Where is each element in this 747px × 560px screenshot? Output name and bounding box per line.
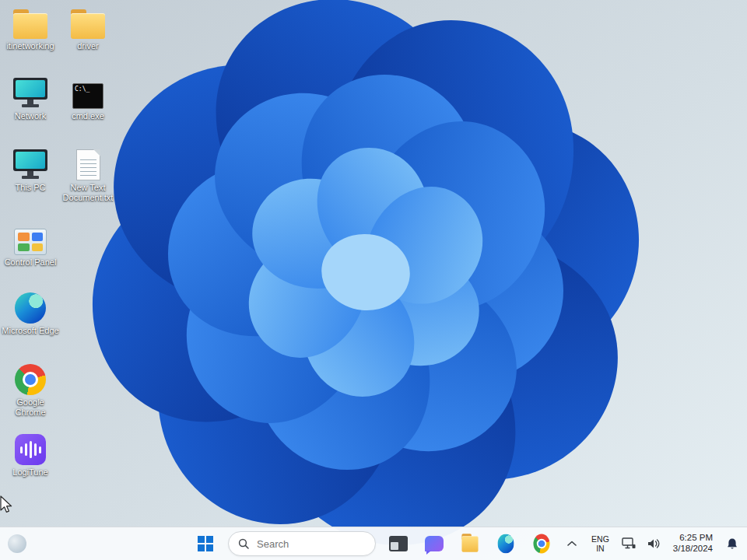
tray-time: 6:25 PM xyxy=(679,533,713,544)
chevron-up-icon xyxy=(567,541,577,547)
network-monitor-icon xyxy=(13,76,47,109)
edge-icon xyxy=(497,534,514,554)
language-code: ENG xyxy=(591,534,609,544)
icon-label: This PC xyxy=(15,183,45,193)
chrome-icon xyxy=(533,534,549,554)
taskbar-search-box[interactable] xyxy=(228,531,376,556)
icon-label: Google Chrome xyxy=(2,397,59,417)
tray-volume-button[interactable] xyxy=(645,534,662,554)
desktop-icon-logitune[interactable]: LogiTune xyxy=(2,432,59,478)
desktop-icon-new-text-document[interactable]: New Text Document.txt xyxy=(59,148,117,202)
icon-label: driver xyxy=(77,41,99,51)
file-explorer-icon xyxy=(461,536,478,551)
taskbar-file-explorer-button[interactable] xyxy=(457,530,483,557)
taskbar-chrome-button[interactable] xyxy=(528,530,555,557)
icon-label: itinetworking xyxy=(6,41,54,51)
icon-label: Network xyxy=(15,111,46,121)
icon-label: cmd.exe xyxy=(72,111,104,121)
text-document-icon xyxy=(76,148,100,180)
chrome-icon xyxy=(15,362,46,395)
notification-bell-icon xyxy=(726,537,738,551)
desktop-icon-google-chrome[interactable]: Google Chrome xyxy=(2,362,59,417)
network-ethernet-icon xyxy=(622,537,636,550)
tray-overflow-chevron[interactable] xyxy=(563,534,580,554)
app-window-icon xyxy=(389,536,408,551)
icon-label: LogiTune xyxy=(12,467,47,478)
desktop-icon-cmd[interactable]: C:\_ cmd.exe xyxy=(59,76,117,121)
desktop-icon-control-panel[interactable]: Control Panel xyxy=(2,222,59,268)
desktop-icon-microsoft-edge[interactable]: Microsoft Edge xyxy=(2,291,59,336)
taskbar-edge-button[interactable] xyxy=(493,530,519,557)
windows-desktop: { "desktop": { "icons": [ {"label": "iti… xyxy=(0,0,747,560)
speaker-icon xyxy=(647,537,661,550)
edge-icon xyxy=(15,291,46,324)
desktop-icon-network[interactable]: Network xyxy=(2,76,59,121)
taskbar-corner-widget-icon[interactable] xyxy=(8,534,26,553)
language-indicator[interactable]: ENG IN xyxy=(588,533,612,555)
taskbar-chat-button[interactable] xyxy=(421,530,447,557)
region-code: IN xyxy=(596,544,605,553)
chat-icon xyxy=(425,536,444,551)
taskbar-center-group xyxy=(192,527,555,560)
taskbar: ENG IN 6:25 PM 3/18/2024 xyxy=(0,527,747,560)
start-button[interactable] xyxy=(192,530,219,557)
control-panel-icon xyxy=(14,222,47,255)
search-input[interactable] xyxy=(255,537,344,551)
logitune-icon xyxy=(15,432,46,465)
taskbar-system-tray: ENG IN 6:25 PM 3/18/2024 xyxy=(563,527,741,560)
tray-network-button[interactable] xyxy=(620,534,637,554)
windows-logo-icon xyxy=(197,535,214,552)
this-pc-monitor-icon xyxy=(13,148,47,180)
folder-icon xyxy=(71,6,105,39)
tray-date: 3/18/2024 xyxy=(673,544,713,555)
taskbar-app-window-button[interactable] xyxy=(385,530,412,557)
search-icon xyxy=(238,538,249,549)
clock[interactable]: 6:25 PM 3/18/2024 xyxy=(670,531,716,556)
desktop-icon-this-pc[interactable]: This PC xyxy=(2,148,59,193)
folder-icon xyxy=(13,6,47,39)
tray-notifications-button[interactable] xyxy=(724,534,741,554)
desktop-icon-driver[interactable]: driver xyxy=(59,6,117,51)
icon-label: Microsoft Edge xyxy=(2,326,58,336)
desktop-icon-itinetworking[interactable]: itinetworking xyxy=(2,6,59,51)
cmd-terminal-icon: C:\_ xyxy=(72,76,103,109)
icon-label: New Text Document.txt xyxy=(59,183,117,202)
icon-label: Control Panel xyxy=(5,257,57,268)
